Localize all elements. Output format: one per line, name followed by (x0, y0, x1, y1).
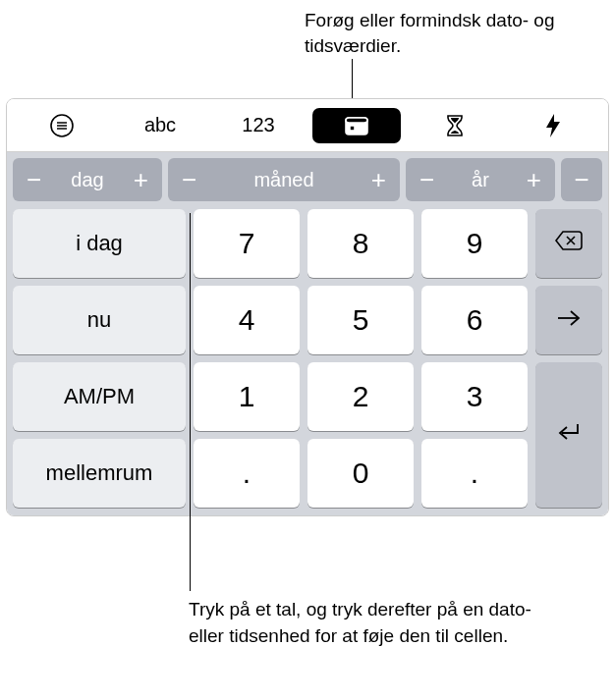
key-ampm[interactable]: AM/PM (13, 362, 186, 431)
hourglass-icon (445, 114, 465, 137)
stepper-month-plus[interactable]: + (367, 167, 390, 192)
arrow-right-icon (556, 307, 582, 333)
tab-date[interactable] (312, 108, 401, 143)
stepper-day-minus[interactable]: − (23, 167, 45, 192)
keypad: i dag 7 8 9 nu 4 5 6 (7, 205, 608, 515)
callout-bottom: Tryk på et tal, og tryk derefter på en d… (189, 597, 552, 649)
key-9[interactable]: 9 (421, 209, 528, 278)
list-circle-icon (49, 113, 75, 138)
key-backspace[interactable] (535, 209, 602, 278)
key-dot-left[interactable]: . (194, 439, 300, 508)
stepper-month-minus[interactable]: − (178, 167, 200, 192)
tab-duration[interactable] (411, 108, 499, 143)
stepper-next-minus[interactable]: − (561, 158, 602, 201)
key-0[interactable]: 0 (307, 439, 414, 508)
stepper-day: − dag + (13, 158, 162, 201)
stepper-year-minus[interactable]: − (416, 167, 438, 192)
stepper-day-label[interactable]: dag (67, 169, 107, 191)
key-next[interactable] (535, 286, 602, 354)
key-dot-right[interactable]: . (421, 439, 528, 508)
return-icon (556, 421, 582, 449)
tab-123[interactable]: 123 (214, 108, 303, 143)
key-now[interactable]: nu (13, 286, 186, 354)
tab-quick[interactable] (509, 108, 597, 143)
callout-top: Forøg eller formindsk dato- og tidsværdi… (305, 8, 614, 58)
svg-rect-5 (346, 118, 367, 123)
formula-icon[interactable] (18, 108, 106, 143)
keyboard-frame: abc 123 (6, 98, 609, 516)
stepper-year-label[interactable]: år (468, 169, 493, 191)
stepper-month-label[interactable]: måned (250, 169, 317, 191)
callout-line-top (352, 59, 353, 100)
stepper-year-plus[interactable]: + (523, 167, 545, 192)
key-space[interactable]: mellemrum (13, 439, 186, 508)
key-2[interactable]: 2 (307, 362, 414, 431)
tab-abc[interactable]: abc (116, 108, 204, 143)
keyboard-toolbar: abc 123 (7, 99, 608, 152)
minus-icon: − (570, 167, 592, 192)
stepper-month: − måned + (168, 158, 400, 201)
backspace-icon (554, 230, 584, 257)
key-5[interactable]: 5 (307, 286, 414, 354)
key-7[interactable]: 7 (194, 209, 300, 278)
key-3[interactable]: 3 (421, 362, 528, 431)
svg-rect-6 (350, 126, 355, 131)
key-8[interactable]: 8 (307, 209, 414, 278)
key-today[interactable]: i dag (13, 209, 186, 278)
key-1[interactable]: 1 (194, 362, 300, 431)
callout-line-bottom (190, 213, 191, 591)
key-4[interactable]: 4 (194, 286, 300, 354)
key-6[interactable]: 6 (421, 286, 528, 354)
bolt-icon (544, 113, 562, 138)
stepper-row: − dag + − måned + − år + − (7, 152, 608, 205)
stepper-day-plus[interactable]: + (130, 167, 152, 192)
calendar-icon (344, 115, 369, 136)
stepper-year: − år + (406, 158, 555, 201)
key-return[interactable] (535, 362, 602, 508)
